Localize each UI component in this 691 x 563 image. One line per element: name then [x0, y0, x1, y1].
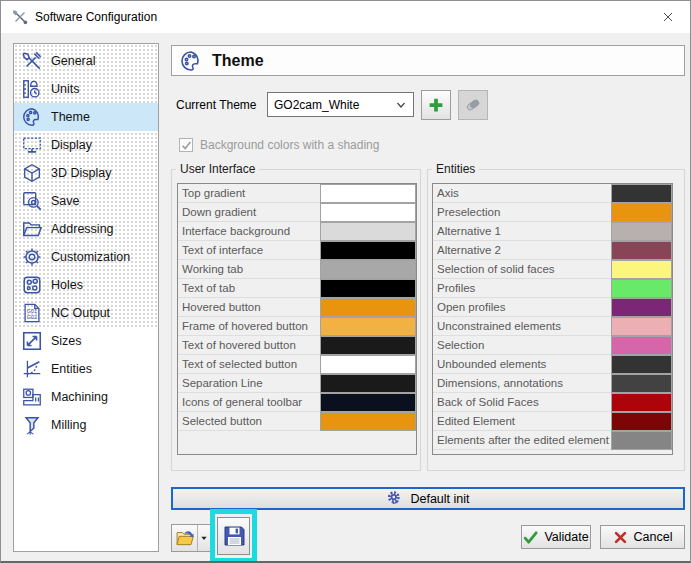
cancel-button[interactable]: Cancel: [600, 525, 685, 549]
open-theme-button[interactable]: [172, 525, 198, 551]
sidebar-item-entities[interactable]: Entities: [14, 355, 158, 383]
color-row-label: Unconstrained elements: [433, 317, 611, 336]
color-row: Separation Line: [178, 374, 416, 393]
gear-icon: [21, 246, 43, 268]
current-theme-value: GO2cam_White: [274, 98, 359, 112]
sidebar-item-display[interactable]: Display: [14, 131, 158, 159]
svg-text:G02: G02: [27, 314, 37, 320]
color-row-label: Frame of hovered button: [178, 317, 320, 336]
color-row: Dimensions, annotations: [433, 374, 672, 393]
color-swatch[interactable]: [611, 222, 672, 241]
color-swatch[interactable]: [320, 317, 416, 336]
color-swatch[interactable]: [320, 222, 416, 241]
color-swatch[interactable]: [320, 412, 416, 431]
chevron-down-icon: [395, 99, 407, 111]
sidebar-item-theme[interactable]: Theme: [14, 103, 158, 131]
color-swatch[interactable]: [320, 260, 416, 279]
sidebar-item-label: Holes: [51, 278, 83, 292]
color-swatch[interactable]: [611, 279, 672, 298]
color-row: Text of selected button: [178, 355, 416, 374]
color-swatch[interactable]: [320, 374, 416, 393]
sidebar-item-label: Entities: [51, 362, 92, 376]
color-swatch[interactable]: [320, 203, 416, 222]
color-row-label: Icons of general toolbar: [178, 393, 320, 412]
palette-icon: [179, 49, 203, 73]
color-swatch[interactable]: [611, 355, 672, 374]
sidebar-item-label: Theme: [51, 110, 90, 124]
entities-color-list: AxisPreselectionAlternative 1Alternative…: [432, 183, 673, 455]
sizes-icon: [21, 330, 43, 352]
color-swatch[interactable]: [320, 241, 416, 260]
color-row: Text of interface: [178, 241, 416, 260]
color-row: Unconstrained elements: [433, 317, 672, 336]
open-theme-split-button[interactable]: [171, 524, 211, 552]
sidebar-item-units[interactable]: Units: [14, 75, 158, 103]
color-row: Frame of hovered button: [178, 317, 416, 336]
add-theme-button[interactable]: [421, 90, 451, 120]
color-row-label: Top gradient: [178, 184, 320, 203]
sidebar-item-milling[interactable]: Milling: [14, 411, 158, 439]
sidebar-item-addressing[interactable]: Addressing: [14, 215, 158, 243]
color-row-label: Text of selected button: [178, 355, 320, 374]
sidebar-item-nc-output[interactable]: G01G02NC Output: [14, 299, 158, 327]
color-row: Alternative 2: [433, 241, 672, 260]
color-swatch[interactable]: [320, 184, 416, 203]
sidebar-item-label: Save: [51, 194, 80, 208]
sidebar-item-customization[interactable]: Customization: [14, 243, 158, 271]
sidebar-item-machining[interactable]: Machining: [14, 383, 158, 411]
color-swatch[interactable]: [611, 260, 672, 279]
color-row: Hovered button: [178, 298, 416, 317]
current-theme-select[interactable]: GO2cam_White: [267, 92, 414, 117]
color-swatch[interactable]: [611, 241, 672, 260]
color-swatch[interactable]: [611, 412, 672, 431]
sidebar-item-sizes[interactable]: Sizes: [14, 327, 158, 355]
color-swatch[interactable]: [611, 317, 672, 336]
color-swatch[interactable]: [320, 279, 416, 298]
folder-icon: [21, 218, 43, 240]
color-swatch[interactable]: [611, 298, 672, 317]
entities-icon: [21, 358, 43, 380]
sidebar-item-save[interactable]: Save: [14, 187, 158, 215]
color-swatch[interactable]: [611, 374, 672, 393]
sidebar-item-holes[interactable]: Holes: [14, 271, 158, 299]
color-row-label: Text of hovered button: [178, 336, 320, 355]
color-swatch[interactable]: [611, 431, 672, 450]
sidebar-item-label: Addressing: [51, 222, 114, 236]
color-row: Edited Element: [433, 412, 672, 431]
color-swatch[interactable]: [320, 393, 416, 412]
validate-label: Validate: [544, 530, 588, 544]
color-row: Down gradient: [178, 203, 416, 222]
eraser-icon: [464, 96, 482, 114]
titlebar[interactable]: Software Configuration: [1, 1, 690, 33]
tools-title-icon: [11, 8, 29, 26]
sidebar-item-label: Units: [51, 82, 79, 96]
delete-theme-button[interactable]: [458, 90, 488, 120]
color-row-label: Selected button: [178, 412, 320, 431]
folder-open-icon: [175, 528, 195, 548]
color-row-label: Separation Line: [178, 374, 320, 393]
color-swatch[interactable]: [611, 203, 672, 222]
close-button[interactable]: [645, 1, 690, 33]
color-swatch[interactable]: [320, 336, 416, 355]
color-row-label: Working tab: [178, 260, 320, 279]
shading-checkbox[interactable]: [179, 138, 193, 152]
color-swatch[interactable]: [611, 393, 672, 412]
color-swatch[interactable]: [611, 336, 672, 355]
color-row-label: Back of Solid Faces: [433, 393, 611, 412]
check-icon: [181, 140, 192, 151]
color-row-label: Interface background: [178, 222, 320, 241]
save-theme-button[interactable]: [217, 517, 250, 555]
check-icon: [523, 530, 538, 545]
color-swatch[interactable]: [320, 355, 416, 374]
color-swatch[interactable]: [320, 298, 416, 317]
color-swatch[interactable]: [611, 184, 672, 203]
color-row-label: Dimensions, annotations: [433, 374, 611, 393]
validate-button[interactable]: Validate: [521, 525, 591, 549]
sidebar-item-3d-display[interactable]: 3D Display: [14, 159, 158, 187]
sidebar-item-general[interactable]: General: [14, 47, 158, 75]
open-theme-dropdown-arrow[interactable]: [198, 525, 210, 551]
tools-icon: [21, 50, 43, 72]
color-row: Back of Solid Faces: [433, 393, 672, 412]
default-init-button[interactable]: Default init: [171, 487, 685, 510]
color-row: Elements after the edited element: [433, 431, 672, 450]
